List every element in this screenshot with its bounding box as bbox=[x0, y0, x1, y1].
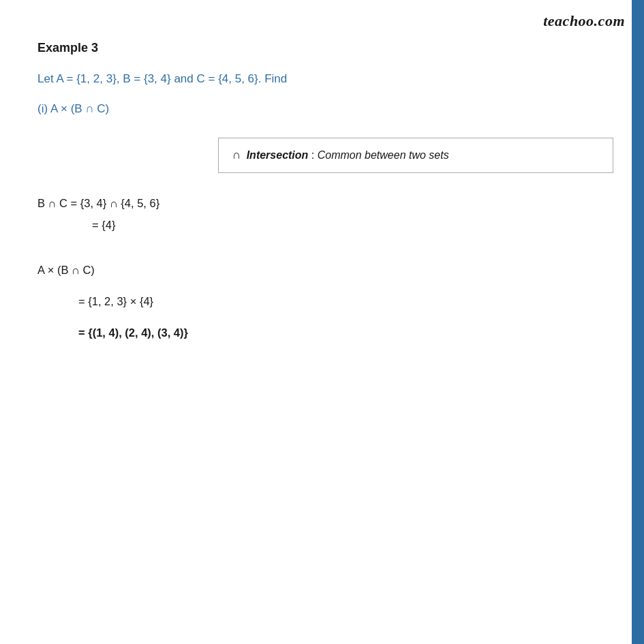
note-box-colon: : bbox=[311, 149, 318, 161]
solution-line4-text: = {1, 2, 3} × {4} bbox=[78, 292, 153, 311]
solution-line5: = {(1, 4), (2, 4), (3, 4)} bbox=[78, 323, 620, 342]
logo: teachoo.com bbox=[543, 12, 625, 30]
solution-line1-text: B ∩ C = {3, 4} ∩ {4, 5, 6} bbox=[37, 194, 159, 213]
math-section: B ∩ C = {3, 4} ∩ {4, 5, 6} = {4} bbox=[37, 194, 620, 234]
spacer1 bbox=[37, 241, 620, 260]
main-content: Example 3 Let A = {1, 2, 3}, B = {3, 4} … bbox=[37, 41, 620, 349]
part-i-label: (i) A × (B ∩ C) bbox=[37, 100, 620, 118]
note-box: ∩ Intersection : Common between two sets bbox=[218, 138, 613, 173]
intersection-italic-text: Common between two sets bbox=[318, 149, 449, 161]
intersection-bold-text: Intersection bbox=[247, 149, 309, 161]
spacer2 bbox=[37, 282, 620, 292]
intersection-symbol: ∩ bbox=[232, 149, 241, 162]
solution-line2: = {4} bbox=[92, 215, 620, 234]
logo-text: teachoo.com bbox=[543, 12, 625, 29]
solution-line3: A × (B ∩ C) bbox=[37, 260, 620, 279]
solution-line1: B ∩ C = {3, 4} ∩ {4, 5, 6} bbox=[37, 194, 620, 213]
example-heading: Example 3 bbox=[37, 41, 620, 55]
page-container: teachoo.com Example 3 Let A = {1, 2, 3},… bbox=[0, 0, 644, 644]
solution-line4: = {1, 2, 3} × {4} bbox=[78, 292, 620, 311]
math-section2: A × (B ∩ C) = {1, 2, 3} × {4} = {(1, 4),… bbox=[37, 260, 620, 342]
spacer3 bbox=[37, 313, 620, 323]
solution-line3-text: A × (B ∩ C) bbox=[37, 260, 95, 279]
question-text: Let A = {1, 2, 3}, B = {3, 4} and C = {4… bbox=[37, 70, 620, 88]
right-sidebar bbox=[632, 0, 644, 644]
solution-line5-text: = {(1, 4), (2, 4), (3, 4)} bbox=[78, 323, 188, 342]
note-box-container: ∩ Intersection : Common between two sets bbox=[37, 138, 613, 173]
solution-line2-text: = {4} bbox=[92, 215, 115, 234]
